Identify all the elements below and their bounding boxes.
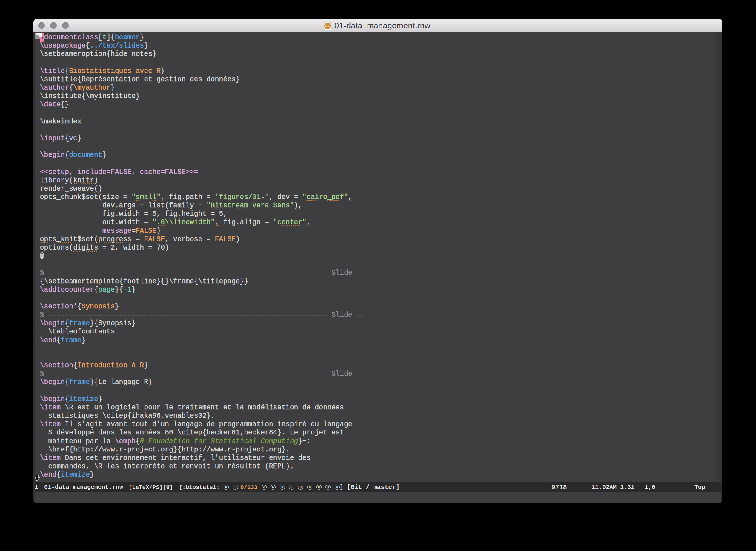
svg-text:Rnw: Rnw [325,25,331,28]
